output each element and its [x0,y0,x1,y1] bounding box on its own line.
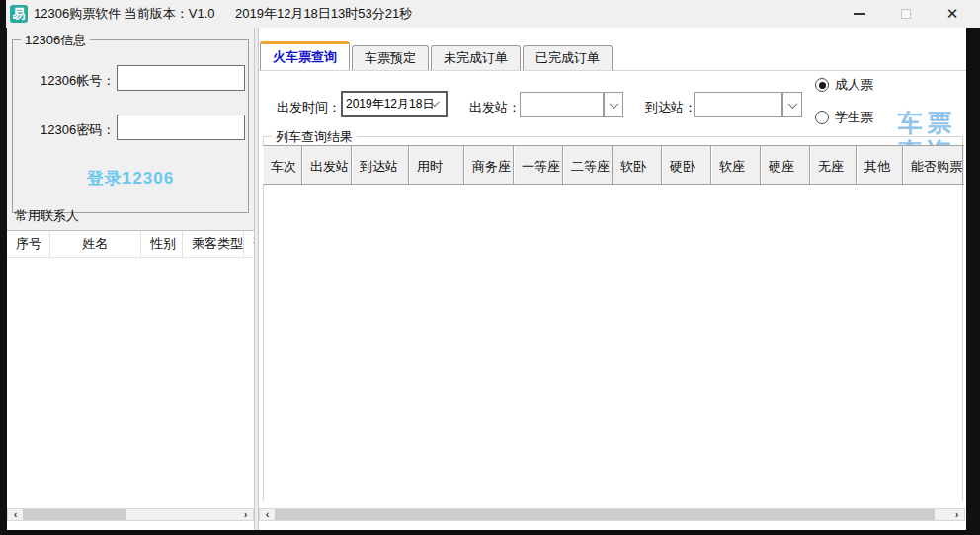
minimize-button[interactable] [844,0,875,28]
maximize-icon [901,9,911,19]
col-no-seat: 无座 [810,146,857,184]
col-business-seat: 商务座 [464,146,514,184]
col-train-no: 车次 [263,146,302,184]
scroll-left-icon[interactable]: ‹ [8,509,23,520]
scroll-right-icon[interactable]: › [949,509,964,520]
scrollbar-track[interactable] [935,509,949,520]
titlebar-clock: 2019年12月18日13时53分21秒 [235,0,412,28]
col-first-class: 一等座 [514,146,563,184]
radio-checked-icon [815,78,829,92]
col-hard-sleeper: 硬卧 [662,146,711,184]
results-h-scrollbar[interactable]: ‹ › [259,508,965,521]
contacts-col-id: 证 [244,231,254,257]
scroll-right-icon[interactable]: › [238,509,253,520]
tab-ticket-booking[interactable]: 车票预定 [352,45,429,70]
minimize-icon [854,13,865,15]
scroll-left-icon[interactable]: ‹ [260,509,275,520]
window-edge-right [966,28,980,535]
col-other: 其他 [857,146,903,184]
col-depart-station: 出发站 [302,146,352,184]
query-panel: 火车票查询 车票预定 未完成订单 已完成订单 出发时间： 2019年12月18日… [259,28,966,530]
arrive-station-input[interactable] [694,92,782,117]
contacts-h-scrollbar[interactable]: ‹ › [7,508,254,521]
title-bar: 易 12306购票软件 当前版本：V1.0 2019年12月18日13时53分2… [0,0,980,28]
col-soft-seat: 软座 [711,146,761,184]
depart-station-input[interactable] [520,92,604,117]
close-icon: ✕ [946,5,959,23]
col-arrive-station: 到达站 [352,146,409,184]
arrive-station-dropdown-button[interactable] [782,92,802,117]
depart-station-label: 出发站： [469,99,521,116]
tab-train-query[interactable]: 火车票查询 [260,41,350,70]
account-panel: 12306信息 12306帐号： 12306密码： 登录12306 常用联系人 … [7,28,254,530]
app-icon: 易 [10,5,28,23]
contacts-col-gender: 性别 [141,231,183,257]
col-duration: 用时 [409,146,464,184]
account-groupbox-title: 12306信息 [21,32,90,49]
chevron-down-icon [609,99,618,109]
results-groupbox: 列车查询结果 车次 出发站 到达站 用时 商务座 一等座 二等座 软卧 硬卧 软… [263,136,963,501]
depart-date-value: 2019年12月18日 [343,96,434,113]
watermark-char: 车 [895,109,925,137]
contacts-header-row: 序号 姓名 性别 乘客类型 证 [7,231,254,258]
tab-unfinished-orders[interactable]: 未完成订单 [431,45,521,70]
password-input[interactable] [117,115,245,140]
scrollbar-thumb[interactable] [275,509,935,520]
left-bottom-strip [7,521,254,530]
search-controls: 出发时间： 2019年12月18日 出发站： 到达站： 成人票 学生票 [259,71,966,140]
student-ticket-radio[interactable]: 学生票 [815,109,873,126]
col-second-class: 二等座 [563,146,612,184]
chevron-down-icon [787,99,797,109]
student-ticket-label: 学生票 [835,109,873,126]
contacts-table[interactable]: 序号 姓名 性别 乘客类型 证 [7,230,254,508]
maximize-button[interactable] [890,0,922,28]
contacts-title: 常用联系人 [15,207,79,225]
account-groupbox: 12306信息 12306帐号： 12306密码： 登录12306 [12,39,249,213]
depart-time-label: 出发时间： [277,99,341,116]
col-soft-sleeper: 软卧 [612,146,662,184]
depart-date-select[interactable]: 2019年12月18日 [341,91,448,117]
app-window: 易 12306购票软件 当前版本：V1.0 2019年12月18日13时53分2… [0,0,980,535]
account-input[interactable] [117,65,245,91]
depart-station-dropdown-button[interactable] [604,92,623,117]
tab-strip: 火车票查询 车票预定 未完成订单 已完成订单 [260,41,614,70]
results-header-row: 车次 出发站 到达站 用时 商务座 一等座 二等座 软卧 硬卧 软座 硬座 无座… [263,145,964,185]
adult-ticket-radio[interactable]: 成人票 [815,76,873,94]
login-button[interactable]: 登录12306 [13,167,248,190]
tab-finished-orders[interactable]: 已完成订单 [523,45,612,70]
right-bottom-strip [259,521,965,530]
scrollbar-thumb[interactable] [23,509,126,520]
window-edge-left [0,28,7,535]
col-can-buy: 能否购票 [903,146,963,184]
arrive-station-label: 到达站： [645,99,696,116]
contacts-col-index: 序号 [7,231,50,257]
adult-ticket-label: 成人票 [835,76,873,94]
watermark-char: 票 [925,109,954,137]
results-title: 列车查询结果 [272,128,357,146]
contacts-col-name: 姓名 [50,231,141,257]
scrollbar-track[interactable] [126,509,238,520]
contacts-col-type: 乘客类型 [183,231,244,257]
password-label: 12306密码： [41,121,115,139]
col-hard-seat: 硬座 [761,146,810,184]
account-label: 12306帐号： [41,72,115,90]
window-title: 12306购票软件 当前版本：V1.0 [34,0,215,28]
window-edge-bottom [0,530,980,535]
radio-unchecked-icon [815,111,829,124]
titlebar-corner [0,0,6,28]
close-button[interactable]: ✕ [937,0,968,28]
